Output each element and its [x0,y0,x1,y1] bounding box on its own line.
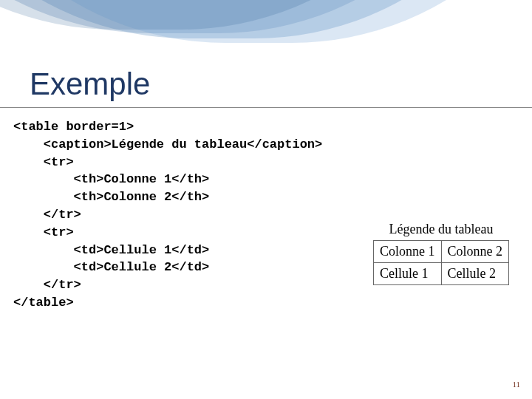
code-line: <th>Colonne 1</th> [13,172,209,186]
code-line: <td>Cellule 1</td> [13,243,209,257]
page-number: 11 [512,380,520,389]
code-line: </tr> [13,278,81,292]
table-header-cell: Colonne 2 [441,241,509,263]
table-caption: Légende du tableau [373,222,509,237]
example-table: Colonne 1 Colonne 2 Cellule 1 Cellule 2 [373,240,509,285]
code-example: <table border=1> <caption>Légende du tab… [13,118,322,312]
title-underline [0,107,532,108]
code-line: </table> [13,296,74,310]
code-line: <caption>Légende du tableau</caption> [13,137,322,151]
code-line: </tr> [13,208,81,222]
table-row: Colonne 1 Colonne 2 [374,241,509,263]
slide-title: Exemple [30,66,150,102]
code-line: <td>Cellule 2</td> [13,260,209,274]
table-header-cell: Colonne 1 [374,241,442,263]
code-line: <table border=1> [13,120,134,134]
table-cell: Cellule 1 [374,263,442,285]
code-line: <tr> [13,155,74,169]
rendered-example: Légende du tableau Colonne 1 Colonne 2 C… [373,222,509,285]
code-line: <th>Colonne 2</th> [13,190,209,204]
table-cell: Cellule 2 [441,263,509,285]
code-line: <tr> [13,225,74,239]
table-row: Cellule 1 Cellule 2 [374,263,509,285]
